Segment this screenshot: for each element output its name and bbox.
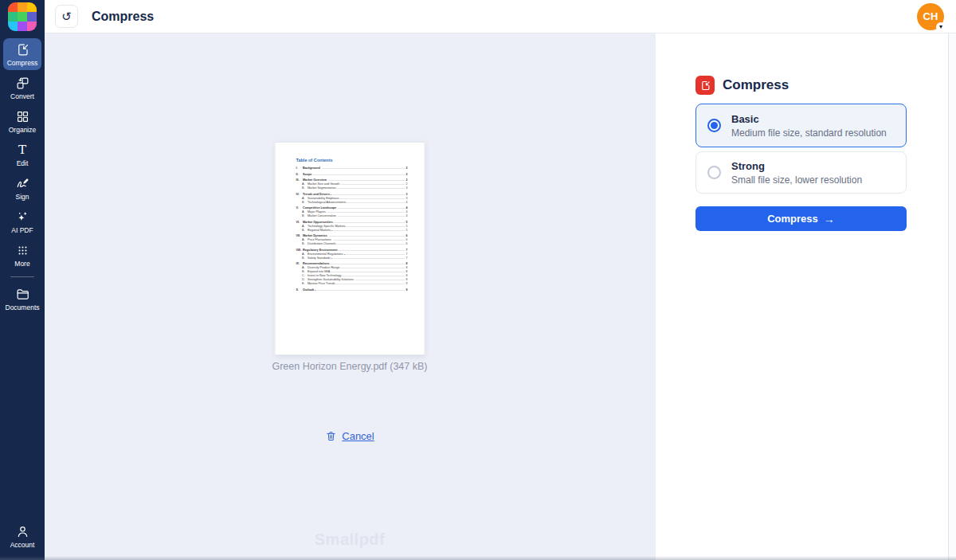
toc-list: I.Background2II.Scope2III.Market Overvie… [296, 166, 408, 292]
topbar: ↺ Compress CH ▾ [45, 0, 956, 33]
radio-strong[interactable] [707, 166, 721, 179]
options-panel: Compress Basic Medium file size, standar… [655, 33, 948, 560]
sidebar-item-label: AI PDF [11, 226, 33, 234]
sidebar-item-label: Documents [6, 303, 40, 311]
toc-entry: B.Safety Standards7 [296, 256, 408, 260]
option-description: Small file size, lower resolution [731, 174, 862, 186]
compress-icon [15, 42, 30, 57]
option-label: Basic [731, 113, 887, 125]
sidebar-item-account[interactable]: Account [3, 520, 41, 552]
logo-tile [8, 2, 18, 12]
cancel-link[interactable]: Cancel [45, 430, 655, 442]
logo-tile [27, 12, 37, 22]
sidebar-item-label: Organize [9, 126, 37, 134]
option-strong[interactable]: Strong Small file size, lower resolution [695, 151, 907, 194]
workspace: Table of Contents I.Background2II.Scope2… [45, 33, 655, 560]
logo-tile [27, 2, 37, 12]
option-basic[interactable]: Basic Medium file size, standard resolut… [695, 104, 907, 147]
sidebar-item-more[interactable]: More [3, 239, 41, 271]
page-title: Compress [92, 10, 154, 24]
toc-entry: B.Market Segmentation3 [296, 186, 408, 190]
sign-icon [15, 176, 30, 191]
sidebar: Compress Convert Organize T Edit Sign AI… [0, 0, 45, 560]
pdf-preview: Table of Contents I.Background2II.Scope2… [275, 142, 425, 355]
sidebar-item-label: Account [10, 541, 35, 549]
logo-tile [18, 22, 27, 31]
sidebar-item-label: Edit [17, 159, 29, 167]
toc-entry: E.Monitor Price Trends9 [296, 282, 408, 286]
file-caption: Green Horizon Energy.pdf (347 kB) [45, 361, 655, 372]
account-person-icon [15, 524, 30, 539]
scrollbar-track[interactable] [948, 33, 956, 560]
sidebar-item-documents[interactable]: Documents [3, 283, 41, 315]
radio-basic[interactable] [707, 119, 721, 132]
toc-entry: B.Distribution Channels6 [296, 242, 408, 246]
convert-icon [15, 76, 30, 91]
toc-title: Table of Contents [296, 158, 408, 163]
toc-entry: B.Market Concentration4 [296, 214, 408, 218]
toc-entry: II.Scope2 [296, 172, 408, 176]
toc-entry: I.Background2 [296, 166, 408, 170]
smallpdf-watermark: Smallpdf [45, 531, 655, 549]
sidebar-item-organize[interactable]: Organize [3, 105, 41, 137]
logo-tile [18, 12, 27, 22]
compress-tool-icon [695, 76, 715, 95]
caret-down-icon: ▾ [936, 22, 946, 32]
smallpdf-logo[interactable] [8, 2, 37, 31]
logo-tile [27, 22, 37, 31]
sidebar-divider [10, 276, 34, 277]
option-description: Medium file size, standard resolution [731, 127, 887, 139]
sidebar-item-edit[interactable]: T Edit [3, 139, 41, 170]
panel-header: Compress [695, 76, 907, 95]
organize-icon [15, 109, 30, 124]
rotate-ccw-icon: ↺ [61, 10, 72, 24]
trash-icon [325, 430, 337, 442]
logo-tile [8, 12, 18, 22]
start-over-button[interactable]: ↺ [55, 5, 78, 28]
arrow-right-icon: → [824, 213, 835, 225]
toc-entry: B.Technological Advancements4 [296, 200, 408, 204]
sidebar-item-compress[interactable]: Compress [3, 38, 41, 70]
sidebar-item-ai-pdf[interactable]: AI PDF [3, 206, 41, 237]
logo-tile [8, 22, 18, 31]
more-grid-icon [15, 243, 30, 258]
compress-button-label: Compress [767, 213, 818, 225]
compress-button[interactable]: Compress → [695, 206, 907, 231]
sidebar-item-label: Compress [7, 59, 38, 67]
edit-icon: T [18, 143, 26, 158]
panel-title: Compress [723, 77, 789, 93]
cancel-label: Cancel [342, 430, 374, 442]
sidebar-item-label: More [14, 260, 29, 268]
sidebar-item-convert[interactable]: Convert [3, 72, 41, 104]
sidebar-item-sign[interactable]: Sign [3, 172, 41, 204]
toc-entry: B.Regional Markets5 [296, 228, 408, 232]
ai-pdf-icon [15, 210, 30, 225]
sidebar-item-label: Convert [10, 92, 34, 100]
pdf-page: Table of Contents I.Background2II.Scope2… [276, 143, 425, 355]
toc-entry: X.Outlook9 [296, 288, 408, 292]
documents-folder-icon [15, 287, 30, 302]
account-menu[interactable]: CH ▾ [917, 3, 944, 30]
sidebar-item-label: Sign [15, 193, 29, 201]
logo-tile [18, 2, 27, 12]
option-label: Strong [731, 160, 862, 172]
